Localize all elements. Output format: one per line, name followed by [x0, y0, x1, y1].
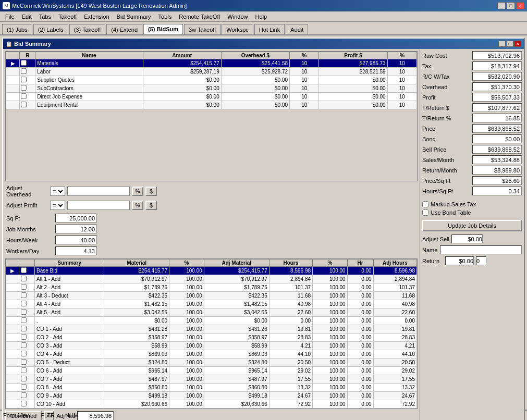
profit-pct-button[interactable]: %: [132, 201, 143, 210]
update-job-details-button[interactable]: Update Job Details: [422, 220, 522, 231]
menu-file[interactable]: File: [2, 13, 18, 20]
tab-audit[interactable]: Audit: [286, 24, 308, 34]
row-checkbox[interactable]: [21, 351, 27, 356]
menu-takeoff[interactable]: Takeoff: [55, 13, 80, 20]
bs-minimize[interactable]: _: [498, 41, 506, 47]
profit-dollar-button[interactable]: $: [145, 201, 157, 210]
row-checkbox[interactable]: [21, 401, 27, 406]
list-item[interactable]: CU 1 - Add$431.28100.00$431.2819.81100.0…: [6, 325, 417, 333]
list-item[interactable]: CO 8 - Add$860.80100.00$860.8013.32100.0…: [6, 384, 417, 392]
list-item[interactable]: .$0.00100.00$0.000.00100.000.000.00: [6, 317, 417, 325]
tab-3w-takeoff[interactable]: 3w Takeoff: [184, 24, 220, 34]
row-checkbox[interactable]: [21, 317, 27, 323]
table-row[interactable]: Labor$259,287.19$25,928.7210$28,521.5910: [6, 68, 417, 76]
overhead-label: Overhead: [422, 84, 469, 90]
tab-extend[interactable]: (4) Extend: [106, 24, 142, 34]
bottom-table-scroll[interactable]: Summary Material % Adj Material Hours % …: [5, 258, 418, 409]
row-checkbox[interactable]: [21, 376, 27, 381]
row-checkbox[interactable]: [21, 392, 27, 398]
job-months-input[interactable]: [55, 225, 97, 233]
markup-sales-tax-checkbox[interactable]: [422, 201, 428, 207]
row-checkbox[interactable]: [21, 284, 27, 290]
table-row[interactable]: ▶Materials$254,415.77$25,441.5810$27,985…: [6, 59, 417, 68]
list-item[interactable]: CO 4 - Add$869.03100.00$869.0344.10100.0…: [6, 350, 417, 359]
row-checkbox[interactable]: [21, 367, 27, 373]
menu-tools[interactable]: Tools: [155, 13, 175, 20]
menu-edit[interactable]: Edit: [19, 13, 35, 20]
list-item[interactable]: CO 6 - Add$965.14100.00$965.1429.02100.0…: [6, 367, 417, 375]
list-item[interactable]: CO 5 - Deduct$324.80100.00$324.8020.5010…: [6, 359, 417, 367]
bs-icon: 📋: [6, 41, 12, 47]
adjust-profit-input[interactable]: [67, 201, 130, 210]
tab-bidsum[interactable]: (5) BidSum: [143, 24, 183, 34]
row-checkbox[interactable]: [21, 77, 27, 82]
adjust-overhead-operator[interactable]: =+-: [50, 187, 65, 196]
tab-jobs[interactable]: (1) Jobs: [2, 24, 32, 34]
tab-hot-link[interactable]: Hot Link: [254, 24, 285, 34]
minimize-button[interactable]: _: [497, 2, 506, 9]
row-checkbox[interactable]: [21, 292, 27, 298]
list-item[interactable]: CO 3 - Add$58.99100.00$58.994.21100.000.…: [6, 342, 417, 350]
list-item[interactable]: CO 2 - Add$358.97100.00$358.9728.83100.0…: [6, 333, 417, 342]
row-checkbox[interactable]: [21, 267, 27, 273]
row-checkbox[interactable]: [21, 334, 27, 340]
overhead-dollar-button[interactable]: $: [145, 187, 157, 196]
return-input1[interactable]: [445, 256, 474, 265]
adjust-overhead-input[interactable]: [67, 187, 130, 196]
table-row[interactable]: SubContractors$0.00$0.0010$0.0010: [6, 84, 417, 93]
workers-day-input[interactable]: [55, 246, 97, 255]
list-item[interactable]: Alt 3 - Deduct$422.35100.00$422.3511.681…: [6, 292, 417, 300]
adjust-profit-operator[interactable]: =+-: [50, 201, 65, 210]
menu-window[interactable]: Window: [224, 13, 251, 20]
menu-extension[interactable]: Extension: [81, 13, 112, 20]
list-item[interactable]: Alt 5 - Add$3,042.55100.00$3,042.5522.60…: [6, 308, 417, 317]
return-input2[interactable]: [476, 256, 486, 265]
list-item[interactable]: CO 7 - Add$487.97100.00$487.9717.55100.0…: [6, 375, 417, 384]
row-checkbox[interactable]: [21, 68, 27, 74]
table-row[interactable]: Equipment Rental$0.00$0.0010$0.0010: [6, 101, 417, 109]
list-item[interactable]: Alt 4 - Add$1,482.15100.00$1,482.1540.98…: [6, 300, 417, 308]
list-item[interactable]: CO 9 - Add$499.18100.00$499.1824.67100.0…: [6, 392, 417, 400]
tab-labels[interactable]: (2) Labels: [33, 24, 68, 34]
maximize-button[interactable]: □: [507, 2, 515, 9]
adjust-sell-input[interactable]: [451, 234, 483, 243]
sqft-input[interactable]: [55, 214, 97, 223]
return-month-label: Return/Month: [422, 167, 469, 174]
row-checkbox[interactable]: [21, 309, 27, 315]
list-item[interactable]: CO 10 - Add$20,630.66100.00$20,630.6672.…: [6, 400, 417, 409]
return-row: Return: [422, 256, 522, 265]
profit-value: $56,507.33: [472, 93, 522, 102]
table-row[interactable]: Direct Job Expense$0.00$0.0010$0.0010: [6, 93, 417, 101]
list-item[interactable]: Alt 1 - Add$70,912.97100.00$70,912.972,8…: [6, 275, 417, 283]
menu-bid-summary[interactable]: Bid Summary: [114, 13, 154, 20]
row-checkbox[interactable]: [21, 60, 27, 66]
row-checkbox[interactable]: [21, 85, 27, 91]
row-checkbox[interactable]: [21, 342, 27, 348]
name-input[interactable]: [440, 245, 522, 254]
menu-remote-takeoff[interactable]: Remote TakeOff: [176, 13, 223, 20]
list-item[interactable]: Alt 2 - Add$1,789.76100.00$1,789.76101.3…: [6, 283, 417, 292]
close-button[interactable]: ✕: [516, 2, 524, 9]
hours-week-input[interactable]: [55, 236, 97, 244]
table-row[interactable]: Supplier Quotes$0.00$0.0010$0.0010: [6, 76, 417, 84]
row-checkbox[interactable]: [21, 384, 27, 390]
overhead-pct-button[interactable]: %: [132, 187, 143, 196]
list-item[interactable]: ▶Base Bid$254,415.77100.00$254,415.778,5…: [6, 267, 417, 275]
tab-takeoff[interactable]: (3) Takeoff: [69, 24, 106, 34]
name-label: Name: [422, 247, 438, 253]
row-checkbox[interactable]: [21, 276, 27, 281]
col-summary-hdr: Summary: [34, 260, 104, 267]
row-checkbox[interactable]: [21, 301, 27, 306]
menu-help[interactable]: Help: [252, 13, 270, 20]
menu-tabs[interactable]: Tabs: [36, 13, 54, 20]
row-checkbox[interactable]: [21, 102, 27, 107]
col-hours-hdr: Hours: [269, 260, 312, 267]
row-checkbox[interactable]: [21, 93, 27, 99]
adj-hrs-input[interactable]: [77, 411, 114, 420]
tab-workspc[interactable]: Workspc: [222, 24, 253, 34]
bs-close[interactable]: ✕: [514, 41, 521, 47]
bs-maximize[interactable]: □: [506, 41, 513, 47]
use-bond-table-checkbox[interactable]: [422, 209, 428, 216]
row-checkbox[interactable]: [21, 326, 27, 331]
row-checkbox[interactable]: [21, 359, 27, 365]
